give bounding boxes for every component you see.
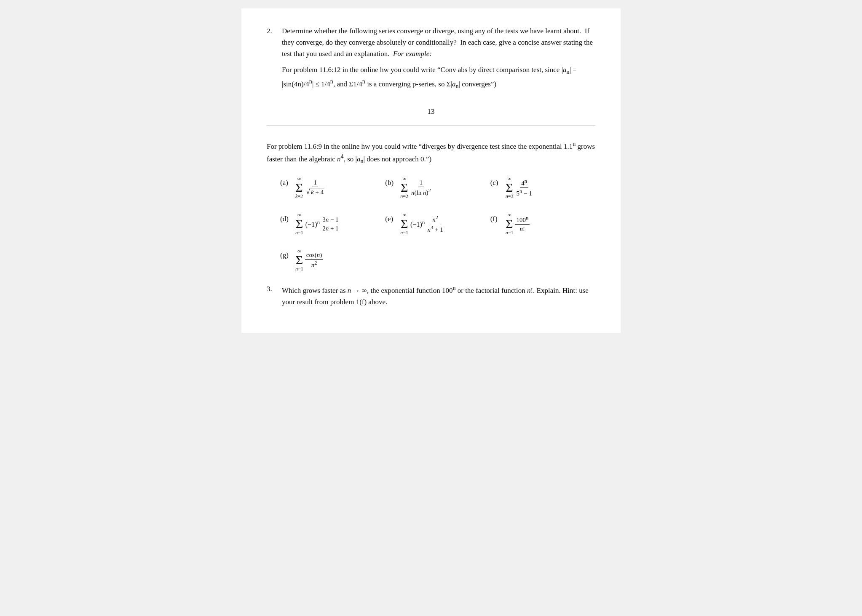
series-b-den: n(ln n)2 xyxy=(410,187,432,196)
series-b-frac: 1 n(ln n)2 xyxy=(410,179,432,196)
page-number: 13 xyxy=(267,106,595,117)
series-g-num: cos(n) xyxy=(305,251,324,260)
series-e-math: ∞ Σ n=1 (−1)n n2 n3 + 1 xyxy=(399,212,444,235)
series-a-sigma-sym: Σ xyxy=(295,181,303,194)
series-f-math: ∞ Σ n=1 100n n! xyxy=(505,212,530,235)
series-e-den: n3 + 1 xyxy=(426,224,444,233)
series-g-label: (g) xyxy=(280,249,292,261)
series-g-sigma: ∞ Σ n=1 xyxy=(295,249,303,271)
problem-2-number: 2. xyxy=(267,25,282,98)
problem-2-block: 2. Determine whether the following serie… xyxy=(267,25,595,98)
series-d-sigma-sym: Σ xyxy=(296,217,303,230)
series-g-sub: n=1 xyxy=(295,266,303,271)
series-d-label: (d) xyxy=(280,213,292,225)
series-f-sub: n=1 xyxy=(506,230,514,235)
series-b-sub: n=2 xyxy=(400,194,408,199)
series-e-sub: n=1 xyxy=(400,230,408,235)
series-e-label: (e) xyxy=(385,213,397,225)
series-a: (a) ∞ Σ k=2 1 √k + 4 xyxy=(280,176,385,199)
series-c-math: ∞ Σ n=3 4n 5n − 1 xyxy=(505,176,533,199)
series-f-num: 100n xyxy=(515,215,530,225)
series-d-math: ∞ Σ n=1 (−1)n 3n − 1 2n + 1 xyxy=(294,212,340,235)
series-d-den: 2n + 1 xyxy=(321,224,340,232)
series-b-sigma: ∞ Σ n=2 xyxy=(400,176,408,199)
series-e-coeff: (−1)n xyxy=(410,218,425,230)
series-c-den: 5n − 1 xyxy=(515,188,533,197)
series-e-num: n2 xyxy=(431,214,439,224)
series-grid: (a) ∞ Σ k=2 1 √k + 4 (b) xyxy=(280,176,595,271)
series-f-sigma: ∞ Σ n=1 xyxy=(506,212,514,235)
series-c: (c) ∞ Σ n=3 4n 5n − 1 xyxy=(490,176,595,199)
series-a-math: ∞ Σ k=2 1 √k + 4 xyxy=(294,176,326,199)
series-c-sigma: ∞ Σ n=3 xyxy=(506,176,514,199)
example-italic: For example: xyxy=(393,50,432,58)
page-divider xyxy=(267,125,595,126)
series-f-sigma-sym: Σ xyxy=(506,217,513,230)
example-content: For problem 11.6:12 in the online hw you… xyxy=(282,64,595,91)
page: 2. Determine whether the following serie… xyxy=(241,8,621,333)
series-d-num: 3n − 1 xyxy=(321,216,340,224)
series-g-math: ∞ Σ n=1 cos(n) n2 xyxy=(294,249,323,271)
series-b-label: (b) xyxy=(385,177,397,188)
series-f-den: n! xyxy=(519,225,527,233)
problem-3-number: 3. xyxy=(267,283,282,308)
series-d-sigma: ∞ Σ n=1 xyxy=(295,212,303,235)
series-e-sigma: ∞ Σ n=1 xyxy=(400,212,408,235)
problem-2-text: Determine whether the following series c… xyxy=(282,25,595,60)
series-g-den: n2 xyxy=(310,260,319,269)
series-g-sigma-sym: Σ xyxy=(296,254,303,266)
series-f-label: (f) xyxy=(490,213,502,225)
series-c-label: (c) xyxy=(490,177,502,188)
series-a-den: √k + 4 xyxy=(305,187,326,197)
series-d-coeff: (−1)n xyxy=(305,218,320,230)
series-a-frac: 1 √k + 4 xyxy=(305,179,326,197)
series-f: (f) ∞ Σ n=1 100n n! xyxy=(490,212,595,235)
series-e-sigma-sym: Σ xyxy=(401,217,408,230)
series-b-num: 1 xyxy=(418,179,424,187)
series-c-frac: 4n 5n − 1 xyxy=(515,178,533,197)
series-g-frac: cos(n) n2 xyxy=(305,251,324,269)
series-c-sigma-sym: Σ xyxy=(506,181,513,194)
divergence-example-block: For problem 11.6:9 in the online hw you … xyxy=(267,139,595,166)
divergence-example-text: For problem 11.6:9 in the online hw you … xyxy=(267,139,595,166)
series-a-sub: k=2 xyxy=(295,194,303,199)
series-d-sub: n=1 xyxy=(295,230,303,235)
series-b: (b) ∞ Σ n=2 1 n(ln n)2 xyxy=(385,176,490,199)
series-d: (d) ∞ Σ n=1 (−1)n 3n − 1 2n + 1 xyxy=(280,212,385,235)
series-c-num: 4n xyxy=(520,178,528,188)
series-b-sigma-sym: Σ xyxy=(401,181,408,194)
problem-3-text: Which grows faster as n → ∞, the exponen… xyxy=(282,283,595,308)
series-b-math: ∞ Σ n=2 1 n(ln n)2 xyxy=(399,176,432,199)
series-d-frac: 3n − 1 2n + 1 xyxy=(321,216,340,232)
example-block: For problem 11.6:12 in the online hw you… xyxy=(282,64,595,91)
series-c-sub: n=3 xyxy=(506,194,514,199)
problem-3-content: Which grows faster as n → ∞, the exponen… xyxy=(282,283,595,308)
series-e-frac: n2 n3 + 1 xyxy=(426,214,444,233)
series-e: (e) ∞ Σ n=1 (−1)n n2 n3 + 1 xyxy=(385,212,490,235)
problem-2-content: Determine whether the following series c… xyxy=(282,25,595,98)
series-f-frac: 100n n! xyxy=(515,215,530,233)
problem-3-block: 3. Which grows faster as n → ∞, the expo… xyxy=(267,283,595,308)
series-g: (g) ∞ Σ n=1 cos(n) n2 xyxy=(280,249,385,271)
series-a-num: 1 xyxy=(312,179,318,187)
series-a-label: (a) xyxy=(280,177,292,188)
series-a-sigma: ∞ Σ k=2 xyxy=(295,176,303,199)
